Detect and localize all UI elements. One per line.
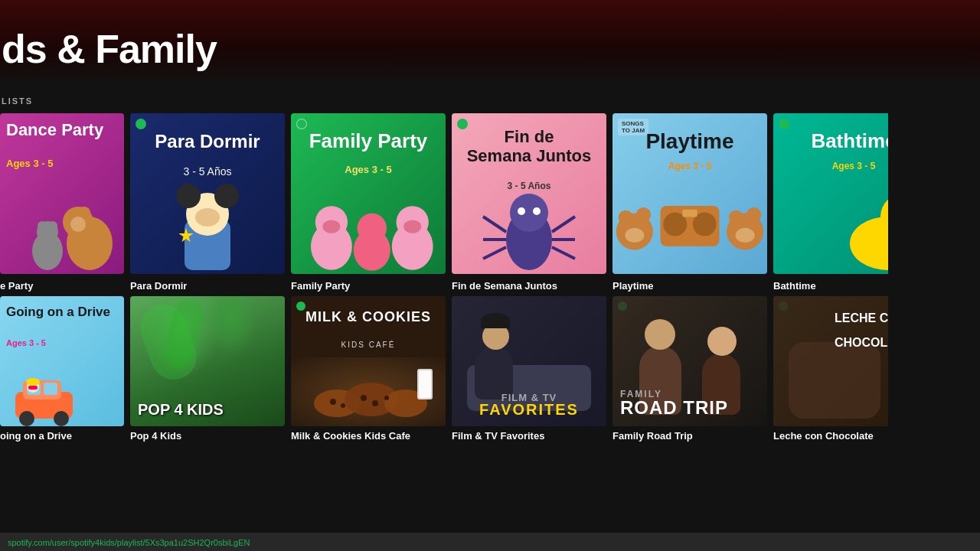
svg-point-64: [330, 399, 336, 405]
list-item[interactable]: Para Dormir 3 - 5 Años Para Dor: [130, 113, 291, 292]
svg-line-28: [552, 217, 575, 232]
playlist-cover: MILK & COOKIES KIDS CAFÉ: [291, 296, 446, 426]
svg-point-8: [48, 221, 57, 230]
playlist-name: Fin de Semana Juntos: [452, 280, 606, 292]
svg-rect-70: [419, 370, 431, 398]
url-bar: spotify.com/user/spotify4kids/playlist/5…: [0, 533, 980, 551]
cartoon-girl: [8, 350, 84, 426]
list-item[interactable]: FAMILY ROAD TRIP Family Road Trip: [612, 296, 773, 442]
svg-point-43: [746, 207, 761, 222]
list-item[interactable]: Family Party Ages 3 - 5 Family: [291, 113, 452, 292]
playlist-name: oing on a Drive: [0, 430, 124, 442]
playlist-name: e Party: [0, 280, 124, 292]
playlist-cover: Bathtime Ages 3 - 5: [773, 113, 888, 274]
header: ds & Family: [0, 0, 980, 84]
svg-point-4: [70, 217, 86, 232]
playlist-cover: FAMILY ROAD TRIP: [612, 296, 767, 426]
app-container: ds & Family LISTS Dance Party Ages 3 - 5: [0, 0, 980, 551]
svg-rect-60: [28, 386, 38, 390]
list-item[interactable]: POP 4 KIDS Pop 4 Kids: [130, 296, 291, 442]
cartoon-duck: [827, 174, 888, 274]
svg-point-65: [341, 403, 345, 408]
list-item[interactable]: SONGSTO JAM Playtime Ages 3 - 5: [612, 113, 773, 292]
playlist-name: Bathtime: [773, 280, 888, 292]
playlist-cover: SONGSTO JAM Playtime Ages 3 - 5: [612, 113, 767, 274]
list-item[interactable]: FILM & TV FAVORITES Film & TV Favorites: [452, 296, 612, 442]
playlist-name: Playtime: [612, 280, 767, 292]
svg-point-32: [533, 207, 541, 215]
url-text: spotify.com/user/spotify4kids/playlist/5…: [8, 538, 250, 547]
playlist-name: Para Dormir: [130, 280, 285, 292]
cartoon-animals: [24, 174, 124, 274]
playlist-cover: FILM & TV FAVORITES: [452, 296, 606, 426]
svg-point-56: [19, 411, 34, 426]
svg-point-19: [358, 214, 387, 243]
cartoon-bears: [612, 174, 767, 274]
playlist-name: Pop 4 Kids: [130, 430, 285, 442]
section-label: LISTS: [0, 84, 980, 113]
list-item[interactable]: Dance Party Ages 3 - 5 e Party: [0, 113, 130, 292]
svg-point-68: [384, 396, 389, 400]
spotify-icon: [296, 119, 307, 129]
svg-point-42: [729, 210, 743, 225]
list-item[interactable]: Bathtime Ages 3 - 5: [773, 113, 888, 292]
section-label-text: LISTS: [2, 96, 33, 106]
list-item[interactable]: Going on a Drive Ages 3 - 5: [0, 296, 130, 442]
cartoon-pigs: [291, 182, 446, 274]
playlist-row-2: Going on a Drive Ages 3 - 5: [0, 296, 980, 442]
svg-rect-55: [44, 383, 57, 395]
svg-line-27: [483, 247, 506, 259]
cartoon-spider: [479, 190, 579, 274]
cookie-shapes: [306, 361, 436, 422]
playlist-name: Leche con Chocolate: [773, 430, 888, 442]
svg-point-44: [736, 228, 755, 243]
svg-line-30: [552, 247, 575, 259]
svg-point-31: [518, 207, 525, 215]
cartoon-character: [162, 182, 253, 274]
list-item[interactable]: LECHE CON CHOCOLA Leche con Chocolate: [773, 296, 888, 442]
playlist-cover: Fin deSemana Juntos 3 - 5 Años: [452, 113, 606, 274]
svg-point-38: [619, 210, 633, 225]
playlist-cover: Dance Party Ages 3 - 5: [0, 113, 124, 274]
svg-point-12: [214, 184, 239, 208]
svg-point-22: [403, 220, 421, 233]
playlist-cover: Going on a Drive Ages 3 - 5: [0, 296, 124, 426]
spotify-icon: [779, 119, 789, 129]
svg-rect-36: [682, 210, 697, 217]
playlist-cover: Family Party Ages 3 - 5: [291, 113, 446, 274]
svg-point-57: [54, 411, 69, 426]
playlist-name: Film & TV Favorites: [452, 430, 606, 442]
playlist-cover: Para Dormir 3 - 5 Años: [130, 113, 285, 274]
svg-point-40: [625, 228, 644, 243]
svg-point-66: [361, 395, 367, 401]
svg-point-24: [510, 194, 548, 232]
svg-point-7: [38, 221, 47, 230]
playlist-row-1: Dance Party Ages 3 - 5 e Party: [0, 113, 980, 292]
svg-point-39: [636, 207, 651, 222]
playlist-cover: LECHE CON CHOCOLA: [773, 296, 888, 426]
playlist-cover: POP 4 KIDS: [130, 296, 285, 426]
list-item[interactable]: MILK & COOKIES KIDS CAFÉ: [291, 296, 452, 442]
playlist-name: Family Party: [291, 280, 446, 292]
page-title: ds & Family: [2, 26, 217, 72]
playlist-name: Milk & Cookies Kids Cafe: [291, 430, 446, 442]
svg-point-67: [372, 400, 378, 406]
spotify-icon: [136, 119, 146, 129]
playlist-name: Family Road Trip: [612, 430, 767, 442]
svg-point-11: [176, 184, 201, 208]
svg-point-17: [322, 220, 340, 233]
svg-point-59: [26, 378, 40, 386]
svg-point-13: [195, 208, 220, 227]
svg-line-25: [483, 217, 506, 232]
list-item[interactable]: Fin deSemana Juntos 3 - 5 Años: [452, 113, 612, 292]
